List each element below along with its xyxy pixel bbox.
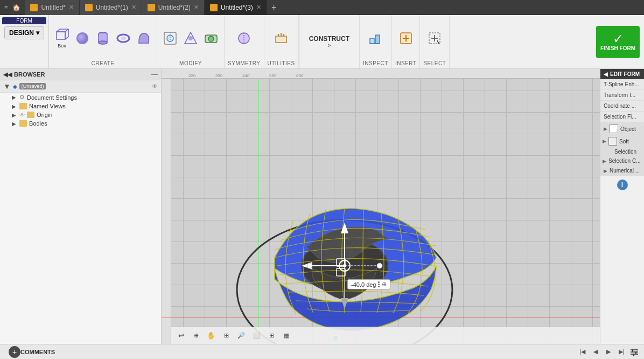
viewport[interactable]: 220 330 440 550 660 (162, 69, 600, 344)
home-view-button[interactable]: ⊕ (190, 329, 202, 342)
soft-sub-label: Selection (614, 149, 636, 155)
create-sphere-button[interactable] (73, 24, 92, 52)
view-options-button[interactable]: ▦ (280, 329, 293, 342)
timeline-controls: |◀ ◀ ▶ ▶| (577, 347, 640, 357)
ruler-mark-3: 440 (242, 73, 249, 78)
browser-item-origin[interactable]: ▶ 👁 Origin (0, 111, 161, 119)
browser-item-doc-settings[interactable]: ▶ ⚙ Document Settings (0, 93, 161, 102)
browser-item-named-views[interactable]: ▶ Named Views (0, 102, 161, 111)
browser-collapse-icon[interactable]: ◀◀ (3, 71, 12, 78)
create-cylinder-button[interactable] (93, 24, 113, 52)
ruler-left (162, 79, 171, 344)
inspect-icon1 (368, 31, 383, 46)
modify-icon3-button[interactable] (201, 24, 221, 52)
tab-close-button[interactable]: ✕ (256, 4, 261, 11)
inspect-label[interactable]: INSPECT (363, 60, 388, 66)
display-mode-button[interactable]: ⬜ (250, 329, 263, 342)
insert-label[interactable]: INSERT (395, 60, 417, 66)
tree-expand-arrow: ▶ (11, 120, 17, 127)
browser-root-item[interactable]: ▼ ◆ (Unsaved) 👁 (0, 80, 161, 93)
timeline-settings-button[interactable] (629, 347, 640, 357)
tab-close-button[interactable]: ✕ (194, 4, 199, 11)
timeline-prev-button[interactable]: ◀ (590, 347, 601, 357)
symmetry-label[interactable]: SYMMETRY (228, 60, 261, 66)
create-box-button[interactable]: Box (52, 24, 72, 52)
right-section-numerical: ▶ Numerical ... (600, 165, 644, 176)
toolbar: FORM DESIGN ▾ Box (0, 15, 644, 69)
transform-header[interactable]: Transform I... (600, 90, 644, 100)
tab-close-button[interactable]: ✕ (131, 4, 136, 11)
tspline-header[interactable]: T-Spline Enh... (600, 79, 644, 89)
utilities-icon1 (274, 31, 289, 46)
folder-icon (27, 112, 34, 118)
inspect-icon1-button[interactable] (366, 24, 385, 52)
root-eye-icon[interactable]: 👁 (152, 83, 158, 89)
zoom-fit-button[interactable]: ⊞ (220, 329, 233, 342)
browser-header: ◀◀ BROWSER — (0, 69, 161, 80)
main-layout: ◀◀ BROWSER — ▼ ◆ (Unsaved) 👁 ▶ ⚙ Documen… (0, 69, 644, 344)
modify-icons (160, 17, 221, 59)
pipe-3d-icon (136, 31, 151, 46)
measurement-expand-icon[interactable]: ⊕ (382, 281, 387, 288)
doc-settings-label: Document Settings (27, 94, 77, 101)
svg-point-17 (208, 36, 214, 42)
modify-label[interactable]: MODIFY (179, 60, 202, 66)
tab-untitled2[interactable]: Untitled*(2) ✕ (142, 0, 205, 15)
create-label[interactable]: CREATE (92, 60, 115, 66)
design-dropdown-icon: ▾ (36, 29, 39, 37)
create-pipe-button[interactable] (134, 24, 153, 52)
create-torus-button[interactable] (114, 24, 133, 52)
select-label[interactable]: SELECT (423, 60, 446, 66)
eye-icon[interactable]: 👁 (19, 112, 25, 118)
browser-menu-icon[interactable]: — (151, 71, 158, 78)
select-icon1-button[interactable] (425, 24, 444, 52)
finish-form-button[interactable]: ✓ FINISH FORM (596, 26, 640, 58)
construct-arrow: > (327, 43, 331, 49)
modify-icon2-button[interactable] (181, 24, 200, 52)
symmetry-icon1-button[interactable] (234, 24, 254, 52)
measurement-menu-button[interactable] (378, 281, 380, 287)
cylinder-3d-icon (95, 31, 110, 46)
insert-icon1-button[interactable] (396, 24, 416, 52)
tab-untitled[interactable]: Untitled* ✕ (25, 0, 79, 15)
selection-c-header[interactable]: ▶ Selection C... (600, 157, 644, 165)
settings-gear-icon: ⚙ (19, 94, 25, 101)
construct-button[interactable]: CONSTRUCT > (303, 35, 356, 49)
selection-filter-header[interactable]: Selection Fi... (600, 112, 644, 122)
info-button[interactable]: i (600, 176, 644, 194)
tab-label: Untitled*(2) (158, 4, 191, 11)
new-tab-button[interactable]: + (267, 3, 281, 12)
orbit-button[interactable]: ↩ (174, 329, 187, 342)
svg-rect-49 (631, 351, 638, 353)
zoom-window-button[interactable]: 🔎 (235, 329, 248, 342)
coordinate-header[interactable]: Coordinate ... (600, 101, 644, 111)
tab-untitled3[interactable]: Untitled*(3) ✕ (205, 0, 267, 15)
utilities-label[interactable]: UTILITIES (268, 60, 295, 66)
tab-close-button[interactable]: ✕ (69, 4, 74, 11)
object-header[interactable]: ▶ Object (600, 122, 644, 135)
right-panel-collapse-icon[interactable]: ◀ (604, 71, 608, 77)
soft-header[interactable]: ▶ Soft Selection (600, 136, 644, 156)
timeline-end-button[interactable]: ▶| (616, 347, 627, 357)
numerical-header[interactable]: ▶ Numerical ... (600, 165, 644, 176)
right-section-tspline: T-Spline Enh... (600, 79, 644, 90)
create-icon-label: Box (58, 44, 66, 49)
pan-button[interactable]: ✋ (205, 329, 218, 342)
timeline-play-button[interactable]: ▶ (603, 347, 614, 357)
utilities-icon1-button[interactable] (271, 24, 291, 52)
tab-untitled1[interactable]: Untitled*(1) ✕ (80, 0, 142, 15)
home-icon[interactable]: 🏠 (11, 2, 22, 13)
timeline-start-button[interactable]: |◀ (577, 347, 588, 357)
app-menu-icon[interactable]: ≡ (2, 4, 10, 11)
browser-item-bodies[interactable]: ▶ Bodies (0, 119, 161, 128)
numerical-label: Numerical ... (610, 168, 640, 174)
object-expand-arrow: ▶ (604, 126, 607, 132)
svg-rect-47 (631, 349, 638, 350)
design-button[interactable]: DESIGN ▾ (4, 26, 44, 39)
comments-button[interactable]: COMMENTS (20, 349, 55, 355)
tab-label: Untitled*(1) (96, 4, 128, 11)
grid-button[interactable]: ⊞ (265, 329, 278, 342)
modify-icon1-button[interactable] (160, 24, 180, 52)
add-comment-button[interactable]: + (9, 346, 20, 358)
measurement-value: -40.0 deg (351, 281, 376, 288)
